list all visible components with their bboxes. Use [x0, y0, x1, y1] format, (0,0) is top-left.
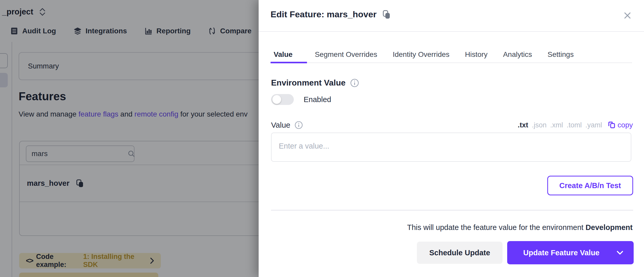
copy-feature-name-icon[interactable] [382, 10, 391, 19]
info-icon[interactable] [295, 121, 303, 129]
modal-header: Edit Feature: mars_hover [259, 0, 644, 31]
copy-value-button[interactable]: copy [608, 121, 633, 129]
info-icon[interactable] [350, 79, 359, 87]
tab-analytics[interactable]: Analytics [495, 46, 540, 63]
screen: _project Audit Log Integrations [0, 0, 644, 277]
note-text: This will update the feature value for t… [407, 223, 586, 232]
enabled-toggle-row: Enabled [271, 94, 331, 105]
close-icon[interactable] [623, 11, 632, 20]
tab-label: Analytics [503, 50, 532, 59]
tab-value[interactable]: Value [271, 46, 307, 63]
create-abn-test-button[interactable]: Create A/B/n Test [547, 176, 633, 195]
update-button-label: Update Feature Value [523, 249, 600, 257]
section-divider [271, 210, 633, 211]
environment-value-title: Environment Value [271, 78, 346, 88]
modal-title: Edit Feature: mars_hover [271, 9, 377, 19]
chevron-down-icon [617, 250, 623, 255]
enabled-toggle[interactable] [271, 94, 294, 105]
environment-note: This will update the feature value for t… [407, 223, 633, 232]
format-txt[interactable]: .txt [518, 121, 528, 129]
schedule-update-button[interactable]: Schedule Update [417, 242, 503, 264]
modal-backdrop[interactable] [0, 0, 259, 277]
update-feature-value-button[interactable]: Update Feature Value [507, 241, 634, 264]
tab-label: Segment Overrides [315, 50, 377, 59]
tab-label: Settings [548, 50, 574, 59]
enabled-label: Enabled [304, 95, 331, 104]
header-divider [259, 31, 644, 32]
tab-label: History [465, 50, 488, 59]
tab-settings[interactable]: Settings [540, 46, 581, 63]
footer-actions: Schedule Update Update Feature Value [417, 241, 634, 264]
tab-identity-overrides[interactable]: Identity Overrides [385, 46, 457, 63]
toggle-knob [272, 95, 281, 104]
modal-tabs: Value Segment Overrides Identity Overrid… [271, 46, 632, 63]
value-input[interactable] [271, 133, 631, 162]
tab-label: Value [274, 50, 293, 59]
value-label: Value [271, 121, 290, 129]
edit-feature-modal: Edit Feature: mars_hover Value Segment O… [259, 0, 644, 277]
tab-label: Identity Overrides [393, 50, 449, 59]
environment-value-heading: Environment Value [271, 78, 359, 88]
format-xml[interactable]: .xml [550, 121, 563, 129]
format-json[interactable]: .json [532, 121, 546, 129]
format-switcher: .txt .json .xml .toml .yaml copy [518, 121, 633, 129]
copy-label: copy [618, 121, 633, 129]
note-environment: Development [586, 223, 633, 232]
tab-history[interactable]: History [457, 46, 495, 63]
tab-segment-overrides[interactable]: Segment Overrides [307, 46, 385, 63]
format-toml[interactable]: .toml [567, 121, 582, 129]
copy-icon [608, 121, 616, 129]
value-header-row: Value .txt .json .xml .toml .yaml copy [271, 119, 633, 131]
format-yaml[interactable]: .yaml [585, 121, 602, 129]
